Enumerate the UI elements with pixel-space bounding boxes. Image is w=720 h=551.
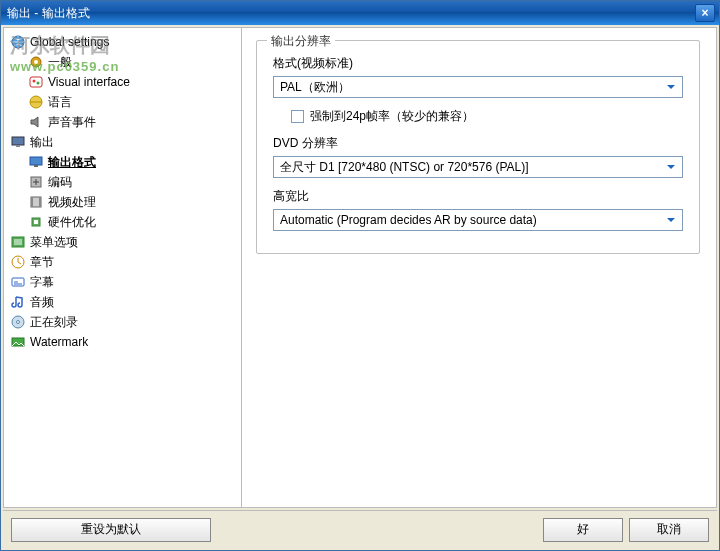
cancel-button[interactable]: 取消 xyxy=(629,518,709,542)
tree-subtitle[interactable]: 字幕 xyxy=(6,272,239,292)
gear-icon xyxy=(28,54,44,70)
ok-button[interactable]: 好 xyxy=(543,518,623,542)
tree-label: Global settings xyxy=(30,35,109,49)
force-24p-row[interactable]: 强制到24p帧率（较少的兼容） xyxy=(291,108,683,125)
aspect-ratio-value: Automatic (Program decides AR by source … xyxy=(280,213,662,227)
clock-icon xyxy=(10,254,26,270)
svg-rect-7 xyxy=(12,137,24,145)
tree-label: 菜单选项 xyxy=(30,234,78,251)
svg-point-21 xyxy=(17,321,20,324)
tree-sound-events[interactable]: 声音事件 xyxy=(6,112,239,132)
force-24p-label: 强制到24p帧率（较少的兼容） xyxy=(310,108,474,125)
aspect-ratio-combo[interactable]: Automatic (Program decides AR by source … xyxy=(273,209,683,231)
dvd-resolution-label: DVD 分辨率 xyxy=(273,135,683,152)
format-combo[interactable]: PAL（欧洲） xyxy=(273,76,683,98)
format-label: 格式(视频标准) xyxy=(273,55,683,72)
output-resolution-group: 输出分辨率 格式(视频标准) PAL（欧洲） 强制到24p帧率（较少的兼容） D… xyxy=(256,40,700,254)
tree-chapter[interactable]: 章节 xyxy=(6,252,239,272)
tree-label: 声音事件 xyxy=(48,114,96,131)
tree-label: 视频处理 xyxy=(48,194,96,211)
svg-rect-13 xyxy=(31,197,33,207)
settings-tree: Global settings 一般 Visual interface 语言 xyxy=(4,28,241,356)
button-label: 好 xyxy=(577,521,589,538)
tree-label: 正在刻录 xyxy=(30,314,78,331)
tree-output-format[interactable]: 输出格式 xyxy=(6,152,239,172)
content-panel: 输出分辨率 格式(视频标准) PAL（欧洲） 强制到24p帧率（较少的兼容） D… xyxy=(242,28,716,507)
tree-video-processing[interactable]: 视频处理 xyxy=(6,192,239,212)
speaker-icon xyxy=(28,114,44,130)
palette-icon xyxy=(28,74,44,90)
tree-label: 硬件优化 xyxy=(48,214,96,231)
force-24p-checkbox[interactable] xyxy=(291,110,304,123)
close-icon: × xyxy=(701,6,708,20)
format-icon xyxy=(28,154,44,170)
tree-general[interactable]: 一般 xyxy=(6,52,239,72)
menu-icon xyxy=(10,234,26,250)
tree-burning[interactable]: 正在刻录 xyxy=(6,312,239,332)
globe-icon xyxy=(10,34,26,50)
tree-visual-interface[interactable]: Visual interface xyxy=(6,72,239,92)
disc-icon xyxy=(10,314,26,330)
tree-label: 音频 xyxy=(30,294,54,311)
titlebar: 输出 - 输出格式 × xyxy=(1,1,719,25)
encode-icon xyxy=(28,174,44,190)
svg-rect-16 xyxy=(34,220,38,224)
group-legend: 输出分辨率 xyxy=(267,33,335,50)
tree-label: 字幕 xyxy=(30,274,54,291)
body: 河东软件园 www.pc0359.cn Global settings 一般 xyxy=(3,27,717,508)
tree-label: Watermark xyxy=(30,335,88,349)
tree-encode[interactable]: 编码 xyxy=(6,172,239,192)
tree-label: 语言 xyxy=(48,94,72,111)
chevron-down-icon xyxy=(662,78,680,96)
note-icon xyxy=(10,294,26,310)
tree-language[interactable]: 语言 xyxy=(6,92,239,112)
tree-label: 输出格式 xyxy=(48,154,96,171)
aspect-ratio-label: 高宽比 xyxy=(273,188,683,205)
format-value: PAL（欧洲） xyxy=(280,79,662,96)
close-button[interactable]: × xyxy=(695,4,715,22)
svg-rect-14 xyxy=(39,197,41,207)
tree-global-settings[interactable]: Global settings xyxy=(6,32,239,52)
tree-label: 编码 xyxy=(48,174,72,191)
tree-label: 输出 xyxy=(30,134,54,151)
svg-point-4 xyxy=(33,80,36,83)
footer: 重设为默认 好 取消 xyxy=(3,510,717,548)
button-label: 重设为默认 xyxy=(81,521,141,538)
svg-point-5 xyxy=(37,82,40,85)
chevron-down-icon xyxy=(662,211,680,229)
window-title: 输出 - 输出格式 xyxy=(5,5,695,22)
chip-icon xyxy=(28,214,44,230)
tree-hardware-optimization[interactable]: 硬件优化 xyxy=(6,212,239,232)
monitor-icon xyxy=(10,134,26,150)
tree-audio[interactable]: 音频 xyxy=(6,292,239,312)
svg-rect-10 xyxy=(34,165,38,167)
tree-label: 章节 xyxy=(30,254,54,271)
chevron-down-icon xyxy=(662,158,680,176)
globe-icon xyxy=(28,94,44,110)
svg-point-2 xyxy=(34,60,38,64)
dvd-resolution-value: 全尺寸 D1 [720*480 (NTSC) or 720*576 (PAL)] xyxy=(280,159,662,176)
window: 输出 - 输出格式 × 河东软件园 www.pc0359.cn Global s… xyxy=(0,0,720,551)
tree-menu-options[interactable]: 菜单选项 xyxy=(6,232,239,252)
sidebar: 河东软件园 www.pc0359.cn Global settings 一般 xyxy=(4,28,242,507)
subtitle-icon xyxy=(10,274,26,290)
svg-rect-9 xyxy=(30,157,42,165)
reset-defaults-button[interactable]: 重设为默认 xyxy=(11,518,211,542)
svg-rect-3 xyxy=(30,77,42,87)
tree-watermark[interactable]: Watermark xyxy=(6,332,239,352)
dvd-resolution-combo[interactable]: 全尺寸 D1 [720*480 (NTSC) or 720*576 (PAL)] xyxy=(273,156,683,178)
button-label: 取消 xyxy=(657,521,681,538)
tree-output[interactable]: 输出 xyxy=(6,132,239,152)
svg-rect-8 xyxy=(16,145,20,147)
tree-label: 一般 xyxy=(48,54,72,71)
tree-label: Visual interface xyxy=(48,75,130,89)
film-icon xyxy=(28,194,44,210)
watermark-icon xyxy=(10,334,26,350)
